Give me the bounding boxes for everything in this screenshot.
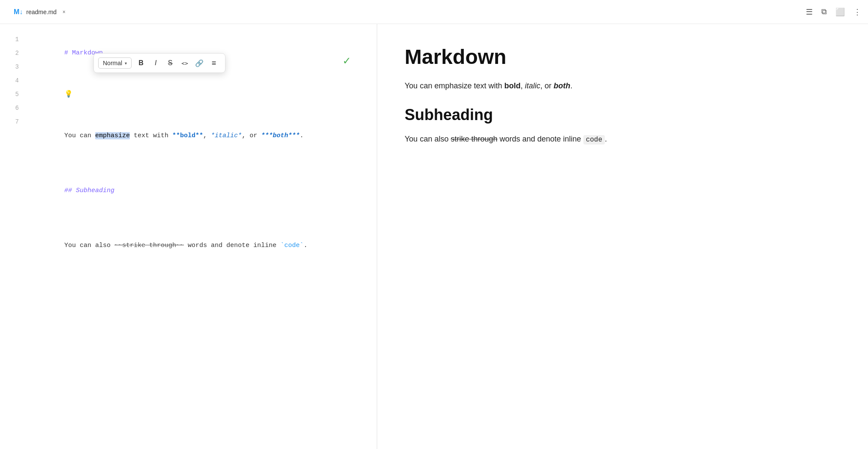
style-dropdown-label: Normal <box>103 60 122 66</box>
line-num-6: 6 <box>9 101 26 115</box>
preview-p2-end: . <box>605 135 607 143</box>
preview-p2: You can also strike through words and de… <box>405 133 841 146</box>
preview-p1-italic: italic <box>525 81 541 90</box>
line-3-italic: *italic* <box>211 132 242 139</box>
formatting-toolbar: Normal ▾ B I S <> 🔗 ≡ <box>93 53 225 73</box>
line-numbers: 1 2 3 4 5 6 7 <box>0 33 26 266</box>
line-7-code: `code` <box>280 242 303 249</box>
list-button[interactable]: ≡ <box>207 56 221 70</box>
line-3-middle: text with <box>130 132 172 139</box>
line-3-comma1: , <box>203 132 211 139</box>
preview-p2-prefix: You can also <box>405 135 451 143</box>
style-dropdown[interactable]: Normal ▾ <box>98 57 132 69</box>
line-4 <box>26 157 368 170</box>
line-3-bolditalic: ***both*** <box>261 132 300 139</box>
strikethrough-button[interactable]: S <box>163 56 177 70</box>
editor-pane[interactable]: Normal ▾ B I S <> 🔗 ≡ ✓ 1 2 3 4 5 6 7 <box>0 24 377 449</box>
preview-p1-or: , or <box>541 81 554 90</box>
line-num-2: 2 <box>9 46 26 60</box>
preview-p1-comma: , <box>520 81 525 90</box>
chevron-down-icon: ▾ <box>125 61 127 66</box>
line-7-prefix: You can also <box>64 242 114 249</box>
line-num-7: 7 <box>9 115 26 129</box>
line-6 <box>26 211 368 225</box>
preview-h1: Markdown <box>405 45 841 69</box>
image-icon[interactable]: ⬜ <box>835 7 845 17</box>
bold-button[interactable]: B <box>134 56 148 70</box>
preview-h2: Subheading <box>405 105 841 124</box>
line-3-selected: emphasize <box>95 132 130 139</box>
check-icon: ✓ <box>342 55 351 67</box>
tab-readme[interactable]: M↓ readme.md × <box>7 5 75 19</box>
line-3: You can emphasize text with **bold**, *i… <box>26 115 368 157</box>
line-num-1: 1 <box>9 33 26 46</box>
preview-p1-bolditalic: both <box>554 81 571 90</box>
preview-pane: Markdown You can emphasize text with bol… <box>377 24 868 449</box>
preview-p2-strike: strike through <box>451 135 497 143</box>
preview-p2-middle: words and denote inline <box>497 135 583 143</box>
italic-button[interactable]: I <box>149 56 162 70</box>
titlebar: M↓ readme.md × ☰ ⧉ ⬜ ⋮ <box>0 0 868 24</box>
preview-p1-prefix: You can emphasize text with <box>405 81 504 90</box>
line-num-3: 3 <box>9 60 26 74</box>
more-options-icon[interactable]: ⋮ <box>853 7 861 17</box>
link-button[interactable]: 🔗 <box>192 56 206 70</box>
line-3-period: . <box>300 132 303 139</box>
preview-p1-bold: bold <box>504 81 520 90</box>
split-view-icon[interactable]: ⧉ <box>821 7 827 16</box>
line-3-prefix: You can <box>64 132 95 139</box>
main-container: Normal ▾ B I S <> 🔗 ≡ ✓ 1 2 3 4 5 6 7 <box>0 24 868 449</box>
line-5: ## Subheading <box>26 170 368 211</box>
line-7-middle: words and denote inline <box>184 242 280 249</box>
tab-filename: readme.md <box>26 9 57 15</box>
line-3-comma2: , or <box>242 132 261 139</box>
line-7-strike: ~~strike through~~ <box>114 242 184 249</box>
line-num-4: 4 <box>9 74 26 87</box>
tab-close-button[interactable]: × <box>60 8 68 16</box>
line-num-5: 5 <box>9 87 26 101</box>
titlebar-actions: ☰ ⧉ ⬜ ⋮ <box>806 7 861 17</box>
line-3-bold: **bold** <box>172 132 203 139</box>
bulb-icon: 💡 <box>64 90 73 98</box>
line-5-text: ## Subheading <box>64 187 114 194</box>
preview-p2-code: code <box>583 135 605 145</box>
line-2: 💡 <box>26 74 368 115</box>
markdown-icon: M↓ <box>14 8 23 16</box>
menu-icon[interactable]: ☰ <box>806 7 813 17</box>
line-7-period: . <box>303 242 307 249</box>
preview-p1-end: . <box>571 81 573 90</box>
line-7: You can also ~~strike through~~ words an… <box>26 225 368 266</box>
preview-p1: You can emphasize text with bold, italic… <box>405 80 841 92</box>
code-button[interactable]: <> <box>178 56 192 70</box>
